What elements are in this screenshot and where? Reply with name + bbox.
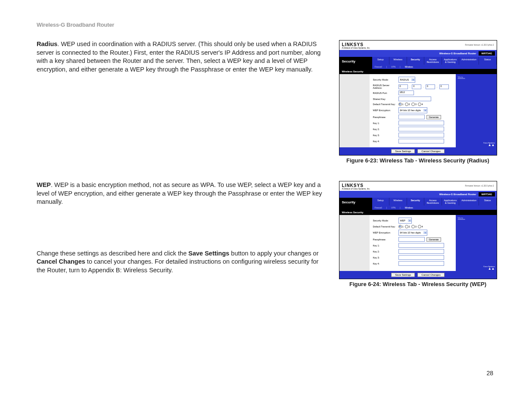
model-badge: WRT54G: [479, 192, 495, 196]
wep-head: WEP: [37, 181, 51, 188]
tab-admin[interactable]: Administration: [459, 198, 479, 206]
subtab-wireless[interactable]: Wireless: [405, 65, 413, 68]
radio-key-1[interactable]: [398, 225, 402, 228]
product-name: Wireless-G Broadband Router: [37, 22, 495, 28]
key2-input[interactable]: [398, 249, 444, 254]
wep-enc-label: WEP Encryption:: [373, 231, 397, 234]
shared-key-input[interactable]: [398, 97, 431, 101]
wep-enc-select[interactable]: 64 bits 10 hex digits▾: [398, 107, 428, 113]
key2-label: Key 2:: [373, 250, 397, 253]
passphrase-label: Passphrase:: [373, 116, 397, 118]
sec-mode-select[interactable]: WEP▾: [398, 218, 412, 224]
tab-setup[interactable]: Setup: [372, 198, 390, 206]
subtab-vpn[interactable]: VPN: [391, 65, 395, 68]
ip-octet-3[interactable]: 0: [426, 84, 435, 89]
tab-wireless[interactable]: Wireless: [389, 198, 407, 206]
more-link[interactable]: More...: [458, 217, 465, 219]
radio-key-2[interactable]: [405, 225, 408, 228]
radio-key-1[interactable]: [398, 103, 402, 106]
key4-input[interactable]: [398, 261, 444, 266]
key3-input[interactable]: [398, 255, 444, 260]
shared-key-label: Shared Key:: [373, 98, 397, 100]
tab-setup[interactable]: Setup: [372, 57, 390, 65]
key3-label: Key 3:: [373, 256, 397, 259]
key1-label: Key 1:: [373, 122, 397, 125]
tab-security[interactable]: Security: [407, 57, 425, 65]
sec-mode-label: Security Mode:: [373, 78, 397, 81]
radio-key-3[interactable]: [411, 225, 415, 228]
section-title: Security: [339, 198, 372, 210]
subtab-firewall[interactable]: Firewall: [375, 206, 382, 209]
tab-status[interactable]: Status: [479, 57, 497, 65]
tab-admin[interactable]: Administration: [459, 57, 479, 65]
chevron-down-icon: ▾: [411, 78, 415, 81]
key2-label: Key 2:: [373, 128, 397, 131]
linksys-sublogo: A Division of Cisco Systems, Inc.: [342, 188, 494, 190]
chevron-down-icon: ▾: [408, 219, 411, 222]
key4-label: Key 4:: [373, 262, 397, 265]
wep-enc-label: WEP Encryption:: [373, 109, 397, 112]
wep-enc-select[interactable]: 64 bits 10 hex digits▾: [398, 230, 428, 236]
tab-access[interactable]: Access Restrictions: [424, 57, 442, 65]
radius-port-label: RADIUS Port:: [373, 92, 397, 94]
tab-wireless[interactable]: Wireless: [389, 57, 407, 65]
radio-key-4[interactable]: [418, 225, 421, 228]
cisco-logo: Cisco Systems▲▲: [483, 266, 495, 270]
key4-input[interactable]: [398, 139, 444, 143]
chevron-down-icon: ▾: [423, 109, 427, 112]
key1-input[interactable]: [398, 121, 444, 125]
passphrase-input[interactable]: [398, 237, 425, 242]
linksys-sublogo: A Division of Cisco Systems, Inc.: [342, 47, 494, 49]
radius-port-input[interactable]: 1812: [398, 90, 414, 95]
cisco-logo: Cisco Systems▲▲: [483, 142, 495, 146]
radius-body: . WEP used in coordination with a RADIUS…: [37, 40, 320, 73]
figure-6-24-caption: Figure 6-24: Wireless Tab - Wireless Sec…: [349, 281, 486, 287]
radio-key-3[interactable]: [411, 103, 415, 106]
key3-input[interactable]: [398, 133, 444, 137]
subtab-firewall[interactable]: Firewall: [375, 65, 382, 68]
cancel-changes-button[interactable]: Cancel Changes: [417, 273, 444, 277]
generate-button[interactable]: Generate: [426, 115, 442, 119]
tab-status[interactable]: Status: [479, 198, 497, 206]
cancel-changes-text: Cancel Changes: [37, 258, 85, 265]
radio-key-4[interactable]: [418, 103, 421, 106]
ip-octet-4[interactable]: 0: [439, 84, 449, 89]
title-band: Wireless-G Broadband Router: [439, 52, 476, 55]
key4-label: Key 4:: [373, 140, 397, 143]
radio-key-2[interactable]: [405, 103, 408, 106]
subtab-wireless[interactable]: Wireless: [405, 206, 413, 209]
key1-input[interactable]: [398, 243, 444, 248]
tab-apps[interactable]: Applications & Gaming: [442, 57, 460, 65]
model-badge: WRT54G: [479, 51, 495, 56]
sec-mode-label: Security Mode:: [373, 219, 397, 222]
key1-label: Key 1:: [373, 244, 397, 247]
radius-head: Radius: [37, 40, 57, 47]
left-panel-label: Wireless Security: [339, 69, 372, 74]
tab-access[interactable]: Access Restrictions: [424, 198, 442, 206]
ip-octet-2[interactable]: 0: [412, 84, 421, 89]
wep-body: . WEP is a basic encryption method, not …: [37, 181, 322, 205]
figure-6-24: LINKSYS A Division of Cisco Systems, Inc…: [339, 181, 497, 279]
key3-label: Key 3:: [373, 134, 397, 137]
generate-button[interactable]: Generate: [426, 237, 442, 242]
tab-security[interactable]: Security: [407, 198, 425, 206]
passphrase-label: Passphrase:: [373, 238, 397, 241]
title-band: Wireless-G Broadband Router: [439, 193, 476, 196]
passphrase-input[interactable]: [398, 115, 425, 119]
wep-paragraph: WEP. WEP is a basic encryption method, n…: [37, 181, 325, 206]
more-link[interactable]: More...: [458, 76, 465, 78]
firmware-text: Firmware Version: v1.30.0 phve 2: [465, 44, 494, 46]
ip-octet-1[interactable]: 0: [398, 84, 408, 89]
save-settings-button[interactable]: Save Settings: [391, 149, 415, 153]
left-panel-label: Wireless Security: [339, 210, 372, 215]
save-settings-button[interactable]: Save Settings: [391, 273, 415, 277]
chevron-down-icon: ▾: [423, 231, 427, 234]
cancel-changes-button[interactable]: Cancel Changes: [417, 149, 444, 153]
def-key-label: Default Transmit Key:: [373, 103, 397, 106]
radius-addr-label: RADIUS Server Address:: [373, 84, 397, 89]
key2-input[interactable]: [398, 127, 444, 131]
tab-apps[interactable]: Applications & Gaming: [442, 198, 460, 206]
subtab-vpn[interactable]: VPN: [391, 206, 395, 209]
section-title: Security: [339, 57, 372, 69]
sec-mode-select[interactable]: RADIUS▾: [398, 77, 416, 83]
